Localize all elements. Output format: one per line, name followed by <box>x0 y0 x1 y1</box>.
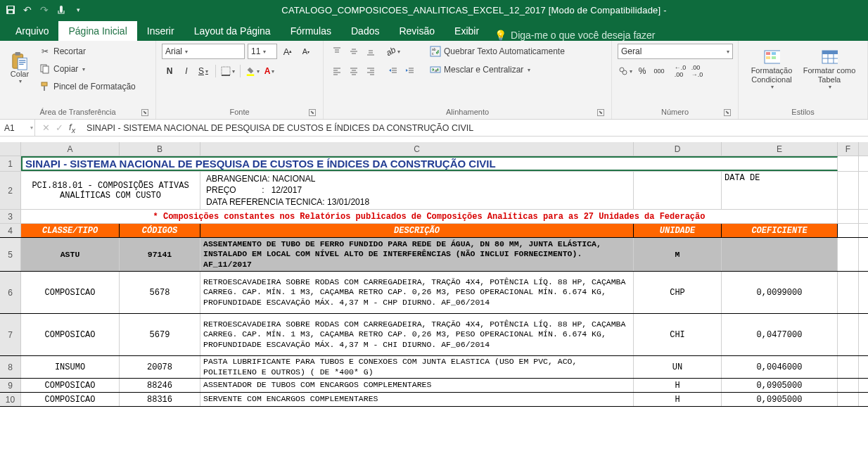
align-center-icon[interactable] <box>346 63 362 79</box>
row-header-8[interactable]: 8 <box>0 356 21 378</box>
cell-E7[interactable]: 0,0477000 <box>722 314 838 355</box>
col-header-F[interactable]: F <box>838 142 859 156</box>
cell-F8[interactable] <box>838 356 859 378</box>
border-button[interactable]: ▾ <box>220 63 236 79</box>
col-header-C[interactable]: C <box>200 142 634 156</box>
decrease-indent-icon[interactable] <box>385 63 401 79</box>
qat-customize-icon[interactable]: ▾ <box>72 4 84 16</box>
cell-C5[interactable]: ASSENTAMENTO DE TUBO DE FERRO FUNDIDO PA… <box>200 238 634 271</box>
dialog-launcher-icon[interactable]: ⬊ <box>724 109 731 116</box>
cell-A3[interactable]: * Composições constantes nos Relatórios … <box>21 210 838 223</box>
row-header-2[interactable]: 2 <box>0 172 21 209</box>
cell-D7[interactable]: CHI <box>634 314 722 355</box>
tab-formulas[interactable]: Fórmulas <box>281 21 341 41</box>
cell-C6[interactable]: RETROESCAVADEIRA SOBRE RODAS COM CARREGA… <box>200 272 634 313</box>
enter-formula-icon[interactable]: ✓ <box>56 122 63 133</box>
fx-icon[interactable]: fx <box>69 122 75 134</box>
orientation-icon[interactable]: ab▾ <box>385 44 401 59</box>
cell-B6[interactable]: 5678 <box>120 272 200 313</box>
formula-input[interactable]: SINAPI - SISTEMA NACIONAL DE PESQUISA DE… <box>82 123 868 133</box>
tab-pagina-inicial[interactable]: Página Inicial <box>58 21 136 41</box>
tab-layout[interactable]: Layout da Página <box>184 21 281 41</box>
align-middle-icon[interactable] <box>346 44 362 59</box>
tell-me-search[interactable]: 💡 Diga-me o que você deseja fazer <box>494 30 655 41</box>
cell-F9[interactable] <box>838 379 859 392</box>
tab-dados[interactable]: Dados <box>341 21 389 41</box>
cell-A10[interactable]: COMPOSICAO <box>21 393 120 406</box>
hdr-codigos[interactable]: CÓDIGOS <box>120 224 200 237</box>
wrap-text-button[interactable]: abc Quebrar Texto Automaticamente <box>425 44 570 59</box>
hdr-coeficiente[interactable]: COEFICIENTE <box>722 224 838 237</box>
align-bottom-icon[interactable] <box>363 44 378 59</box>
paste-button[interactable]: Colar ▾ <box>6 44 34 93</box>
increase-decimal-icon[interactable]: ←.0.00 <box>672 63 688 79</box>
hdr-descricao[interactable]: DESCRIÇÃO <box>200 224 634 237</box>
tab-arquivo[interactable]: Arquivo <box>6 21 58 41</box>
cell-B9[interactable]: 88246 <box>120 379 200 392</box>
row-header-7[interactable]: 7 <box>0 314 21 355</box>
cell-A5[interactable]: ASTU <box>21 238 120 271</box>
cell-F10[interactable] <box>838 393 859 406</box>
font-size-combo[interactable]: 11 ▾ <box>248 44 277 59</box>
cell-E8[interactable]: 0,0046000 <box>722 356 838 378</box>
cell-F3[interactable] <box>838 210 859 223</box>
tab-exibir[interactable]: Exibir <box>445 21 489 41</box>
align-top-icon[interactable] <box>329 44 345 59</box>
touch-mode-icon[interactable] <box>55 4 68 16</box>
cell-A7[interactable]: COMPOSICAO <box>21 314 120 355</box>
row-header-6[interactable]: 6 <box>0 272 21 313</box>
cell-B5[interactable]: 97141 <box>120 238 200 271</box>
select-all-corner[interactable] <box>0 142 21 156</box>
number-format-combo[interactable]: Geral ▾ <box>618 44 733 59</box>
cell-C9[interactable]: ASSENTADOR DE TUBOS COM ENCARGOS COMPLEM… <box>200 379 634 392</box>
cell-F2[interactable] <box>838 172 859 209</box>
undo-icon[interactable]: ↶ <box>21 4 34 16</box>
decrease-font-icon[interactable]: A▾ <box>298 44 314 59</box>
align-left-icon[interactable] <box>329 63 345 79</box>
hdr-unidade[interactable]: UNIDADE <box>634 224 722 237</box>
row-header-9[interactable]: 9 <box>0 379 21 392</box>
col-header-A[interactable]: A <box>21 142 120 156</box>
cell-C7[interactable]: RETROESCAVADEIRA SOBRE RODAS COM CARREGA… <box>200 314 634 355</box>
cell-F4[interactable] <box>838 224 859 237</box>
dialog-launcher-icon[interactable]: ⬊ <box>141 109 148 116</box>
cancel-formula-icon[interactable]: ✕ <box>42 122 50 133</box>
cell-E6[interactable]: 0,0099000 <box>722 272 838 313</box>
font-name-combo[interactable]: Arial ▾ <box>162 44 245 59</box>
cell-D5[interactable]: M <box>634 238 722 271</box>
name-box[interactable]: A1 ▾ <box>0 120 35 136</box>
cell-C10[interactable]: SERVENTE COM ENCARGOS COMPLEMENTARES <box>200 393 634 406</box>
italic-button[interactable]: I <box>179 63 194 79</box>
hdr-classe[interactable]: CLASSE/TIPO <box>21 224 120 237</box>
align-right-icon[interactable] <box>363 63 378 79</box>
accounting-format-icon[interactable]: ▾ <box>618 63 633 79</box>
col-header-B[interactable]: B <box>120 142 200 156</box>
cell-E10[interactable]: 0,0905000 <box>722 393 838 406</box>
cell-B8[interactable]: 20078 <box>120 356 200 378</box>
col-header-D[interactable]: D <box>634 142 722 156</box>
cell-E9[interactable]: 0,0905000 <box>722 379 838 392</box>
increase-indent-icon[interactable] <box>402 63 418 79</box>
cell-A1[interactable]: SINAPI - SISTEMA NACIONAL DE PESQUISA DE… <box>21 156 838 171</box>
conditional-formatting-button[interactable]: Formatação Condicional ▾ <box>744 44 799 96</box>
cell-F7[interactable] <box>838 314 859 355</box>
cut-button[interactable]: ✂ Recortar <box>38 44 137 59</box>
decrease-decimal-icon[interactable]: .00→.0 <box>689 63 705 79</box>
cell-D9[interactable]: H <box>634 379 722 392</box>
row-header-3[interactable]: 3 <box>0 210 21 223</box>
cell-B7[interactable]: 5679 <box>120 314 200 355</box>
cell-A2[interactable]: PCI.818.01 - COMPOSIÇÕES ATIVAS ANALÍTIC… <box>21 172 200 209</box>
tab-inserir[interactable]: Inserir <box>137 21 184 41</box>
underline-button[interactable]: S▾ <box>196 63 211 79</box>
format-painter-button[interactable]: Pincel de Formatação <box>38 79 137 94</box>
row-header-5[interactable]: 5 <box>0 238 21 271</box>
dialog-launcher-icon[interactable]: ⬊ <box>309 109 316 116</box>
row-header-4[interactable]: 4 <box>0 224 21 237</box>
cell-F1[interactable] <box>838 156 859 171</box>
cell-E2[interactable]: DATA DE <box>722 172 838 209</box>
tab-revisao[interactable]: Revisão <box>389 21 445 41</box>
row-header-1[interactable]: 1 <box>0 156 21 171</box>
increase-font-icon[interactable]: A▴ <box>280 44 295 59</box>
fill-color-button[interactable]: ▾ <box>245 63 260 79</box>
bold-button[interactable]: N <box>162 63 177 79</box>
